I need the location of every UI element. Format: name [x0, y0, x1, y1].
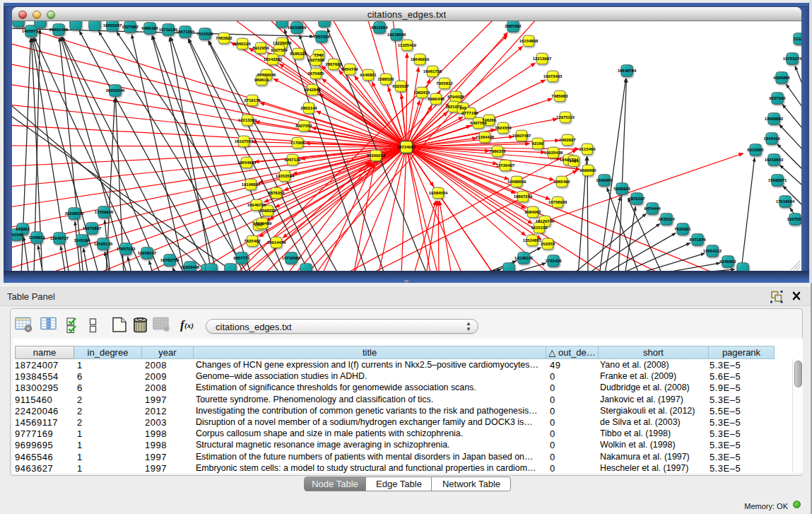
svg-text:10655267: 10655267 — [103, 23, 122, 28]
svg-text:12975115: 12975115 — [556, 115, 575, 119]
svg-text:14099489: 14099489 — [253, 221, 272, 226]
svg-text:1244419: 1244419 — [763, 136, 780, 141]
svg-text:6794028: 6794028 — [447, 95, 464, 99]
svg-text:1588520: 1588520 — [377, 77, 394, 81]
svg-text:1546: 1546 — [314, 53, 324, 57]
svg-text:13524851: 13524851 — [523, 238, 542, 243]
svg-text:18640910: 18640910 — [411, 57, 430, 62]
svg-text:10688609: 10688609 — [507, 180, 526, 184]
svg-text:717006: 717006 — [290, 141, 305, 145]
svg-text:18807249: 18807249 — [514, 194, 533, 199]
svg-text:9242848: 9242848 — [304, 88, 321, 92]
svg-text:7632621: 7632621 — [674, 227, 691, 231]
svg-text:8471676: 8471676 — [689, 238, 706, 242]
svg-text:11325419: 11325419 — [398, 43, 417, 47]
svg-text:7463822: 7463822 — [216, 36, 233, 40]
svg-text:19384554: 19384554 — [429, 191, 448, 195]
svg-text:16762759: 16762759 — [160, 258, 180, 262]
svg-text:9474444: 9474444 — [644, 206, 661, 211]
svg-text:3824554: 3824554 — [495, 126, 512, 130]
svg-text:10654112: 10654112 — [703, 249, 722, 253]
svg-text:7357224: 7357224 — [313, 35, 330, 39]
svg-text:19654923: 19654923 — [237, 160, 257, 165]
svg-text:3267130: 3267130 — [284, 158, 301, 162]
svg-text:9245652: 9245652 — [719, 259, 736, 264]
svg-text:9329966: 9329966 — [773, 76, 790, 80]
svg-text:9084067: 9084067 — [524, 210, 541, 214]
svg-text:6322037: 6322037 — [392, 84, 409, 88]
svg-text:19106827: 19106827 — [242, 182, 261, 187]
svg-text:1167533: 1167533 — [787, 217, 801, 221]
svg-text:6497568: 6497568 — [470, 121, 487, 125]
svg-text:3498222: 3498222 — [259, 209, 276, 213]
svg-text:3675685: 3675685 — [307, 71, 324, 76]
svg-text:8454749: 8454749 — [341, 67, 358, 71]
svg-text:7625402: 7625402 — [244, 239, 261, 243]
svg-text:2935114: 2935114 — [658, 217, 675, 221]
svg-text:6466160: 6466160 — [141, 26, 158, 30]
svg-text:16671355: 16671355 — [176, 30, 195, 34]
svg-text:8215955: 8215955 — [747, 148, 764, 152]
svg-text:5938923: 5938923 — [613, 187, 630, 191]
svg-text:16961758: 16961758 — [423, 69, 442, 74]
svg-text:16210643: 16210643 — [765, 158, 784, 162]
svg-text:1156819: 1156819 — [28, 235, 45, 240]
svg-text:16120746: 16120746 — [536, 219, 555, 223]
svg-text:1145194: 1145194 — [73, 238, 90, 243]
svg-text:9857771: 9857771 — [233, 256, 250, 260]
svg-text:18724007: 18724007 — [397, 145, 416, 149]
svg-text:15716485: 15716485 — [282, 256, 301, 260]
svg-text:9327509: 9327509 — [271, 48, 288, 52]
svg-text:10975887: 10975887 — [83, 226, 102, 230]
svg-text:14353594: 14353594 — [276, 174, 295, 178]
svg-text:143901: 143901 — [16, 227, 30, 231]
svg-text:7515526: 7515526 — [196, 32, 213, 36]
svg-text:8427552: 8427552 — [295, 124, 312, 128]
svg-text:2087682: 2087682 — [505, 24, 522, 28]
svg-text:8878352: 8878352 — [268, 191, 285, 195]
svg-text:12942737: 12942737 — [50, 236, 69, 240]
svg-text:(x): (x) — [184, 321, 194, 330]
svg-text:16914479: 16914479 — [267, 240, 286, 245]
svg-text:8990448: 8990448 — [428, 97, 445, 101]
svg-text:9777169: 9777169 — [461, 111, 478, 115]
svg-text:2718176: 2718176 — [244, 98, 261, 103]
svg-text:13226058: 13226058 — [273, 41, 292, 45]
svg-text:12213389: 12213389 — [238, 118, 257, 122]
svg-text:10756928: 10756928 — [548, 200, 567, 204]
svg-text:8813054: 8813054 — [371, 25, 388, 30]
svg-text:19218506: 19218506 — [387, 33, 406, 37]
svg-text:12505135: 12505135 — [94, 242, 113, 246]
svg-text:2867608: 2867608 — [325, 62, 342, 66]
svg-text:20691406: 20691406 — [49, 28, 69, 32]
svg-text:252254: 252254 — [541, 242, 555, 246]
svg-text:11127: 11127 — [794, 37, 801, 41]
svg-text:7955812: 7955812 — [436, 81, 453, 86]
svg-text:9115460: 9115460 — [579, 147, 596, 151]
svg-text:6879197: 6879197 — [628, 197, 645, 201]
svg-text:1362615: 1362615 — [413, 90, 430, 95]
svg-text:4494: 4494 — [569, 159, 579, 163]
svg-text:16033809: 16033809 — [288, 25, 307, 30]
svg-text:10025438: 10025438 — [544, 151, 563, 155]
svg-text:9660124: 9660124 — [234, 42, 251, 46]
svg-text:16107553: 16107553 — [235, 139, 254, 144]
svg-text:7986372: 7986372 — [489, 149, 506, 153]
svg-text:20053346: 20053346 — [106, 88, 125, 93]
svg-text:15692971: 15692971 — [768, 178, 787, 182]
svg-text:16648784: 16648784 — [618, 69, 637, 73]
svg-text:12093882: 12093882 — [765, 117, 784, 121]
svg-text:7485063: 7485063 — [551, 94, 568, 98]
svg-text:17016504: 17016504 — [776, 199, 795, 204]
svg-text:25300213: 25300213 — [367, 153, 386, 158]
svg-text:17359936: 17359936 — [95, 210, 114, 214]
svg-text:1615152: 1615152 — [531, 226, 548, 230]
svg-text:16046736: 16046736 — [247, 203, 266, 207]
svg-text:9463627: 9463627 — [559, 138, 576, 142]
svg-text:14136141: 14136141 — [514, 256, 534, 260]
svg-text:10973493: 10973493 — [543, 74, 563, 78]
svg-text:14055714: 14055714 — [22, 29, 41, 33]
svg-text:12213967: 12213967 — [533, 57, 552, 61]
svg-text:9327508: 9327508 — [307, 58, 324, 62]
svg-text:22420046: 22420046 — [257, 73, 276, 77]
